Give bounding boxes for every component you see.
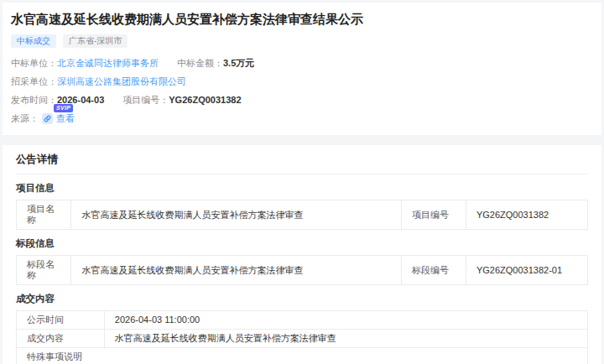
publish-label: 发布时间： [11,94,57,106]
badge-row: 中标成交 广东省-深圳市 [11,34,593,48]
table-row: 特殊事项说明 [17,348,588,364]
project-no-value: YG26ZQ0031382 [169,94,241,106]
amount-label: 中标金额： [177,57,223,69]
detail-card: 公告详情 项目信息 项目名称 水官高速及延长线收费期满人员安置补偿方案法律审查 … [3,145,601,364]
publish-time-value: 2026-04-03 11:00:00 [104,311,587,330]
purchaser-link[interactable]: 深圳高速公路集团股份有限公司 [57,75,186,87]
summary-card: 水官高速及延长线收费期满人员安置补偿方案法律审查结果公示 中标成交 广东省-深圳… [3,3,601,135]
project-no-label: 项目编号： [122,94,169,106]
section-no-label: 标段编号 [402,256,466,285]
amount-value: 3.5万元 [223,57,254,69]
special-note-label: 特殊事项说明 [17,348,588,364]
winner-link[interactable]: 北京金诚同达律师事务所 [57,57,159,69]
project-no-cell-label: 项目编号 [402,200,466,230]
purchaser-label: 招采单位： [11,75,57,87]
source-label: 来源： [11,112,39,124]
page-title: 水官高速及延长线收费期满人员安置补偿方案法律审查结果公示 [11,11,593,28]
table-row: 项目名称 水官高速及延长线收费期满人员安置补偿方案法律审查 项目编号 YG26Z… [17,200,588,230]
publish-time-label: 公示时间 [17,311,105,330]
project-info-table: 项目名称 水官高速及延长线收费期满人员安置补偿方案法律审查 项目编号 YG26Z… [16,200,588,230]
project-no-cell-value: YG26ZQ0031382 [466,200,587,230]
region-badge: 广东省-深圳市 [63,34,128,48]
group-title-section-info: 标段信息 [16,237,588,250]
section-title: 公告详情 [16,153,588,174]
table-row: 标段名称 水官高速及延长线收费期满人员安置补偿方案法律审查 标段编号 YG26Z… [17,256,588,285]
table-row: 公示时间 2026-04-03 11:00:00 [17,311,588,330]
meta-row-purchaser: 招采单位： 深圳高速公路集团股份有限公司 [11,75,593,87]
source-view-link[interactable]: 查看 SVIP [42,112,75,124]
svip-badge[interactable]: SVIP [54,104,73,112]
section-name-value: 水官高速及延长线收费期满人员安置补偿方案法律审查 [71,256,402,285]
group-title-project-info: 项目信息 [16,182,588,195]
section-name-label: 标段名称 [17,256,71,285]
status-badge: 中标成交 [11,34,56,48]
group-title-deal-content: 成交内容 [16,293,588,305]
winner-label: 中标单位： [11,57,57,69]
deal-content-label: 成交内容 [17,330,105,348]
project-name-label: 项目名称 [17,200,71,230]
source-view-label[interactable]: 查看 [56,112,75,124]
deal-content-table: 公示时间 2026-04-03 11:00:00 成交内容 水官高速及延长线收费… [16,310,588,364]
announcement-page: 水官高速及延长线收费期满人员安置补偿方案法律审查结果公示 中标成交 广东省-深圳… [0,0,604,364]
deal-content-value: 水官高速及延长线收费期满人员安置补偿方案法律审查 [104,330,587,348]
meta-row-winner: 中标单位： 北京金诚同达律师事务所 中标金额： 3.5万元 [11,57,593,69]
section-no-value: YG26ZQ0031382-01 [466,256,587,285]
meta-row-source: 来源： 查看 SVIP [11,112,593,124]
meta-row-publish: 发布时间： 2026-04-03 项目编号： YG26ZQ0031382 [11,94,593,106]
table-row: 成交内容 水官高速及延长线收费期满人员安置补偿方案法律审查 [17,330,588,348]
link-icon[interactable] [42,113,53,124]
section-info-table: 标段名称 水官高速及延长线收费期满人员安置补偿方案法律审查 标段编号 YG26Z… [16,255,588,285]
project-name-value: 水官高速及延长线收费期满人员安置补偿方案法律审查 [71,200,402,230]
